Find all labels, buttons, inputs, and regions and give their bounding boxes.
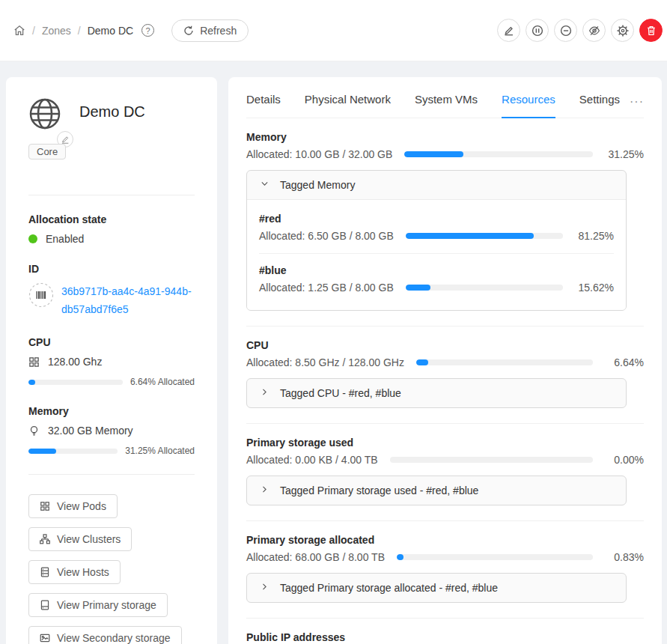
breadcrumb-separator: / [78,25,81,37]
percent-text: 81.25% [572,230,614,242]
refresh-button[interactable]: Refresh [171,19,249,42]
tag-item-title: #red [259,213,614,225]
resource-section-cpu: CPU Allocated: 8.50 GHz / 128.00 GHz 6.6… [246,326,644,423]
view-actions: View PodsView ClustersView HostsView Pri… [28,493,195,644]
allocation-state-value: Enabled [46,233,84,245]
progress-bar [406,285,563,291]
tagged-panel-label: Tagged CPU - #red, #blue [280,387,401,399]
cpu-value: 128.00 Ghz [48,356,102,368]
home-icon[interactable] [13,25,25,37]
resource-row: Allocated: 1.25 GB / 8.00 GB 15.62% [259,282,614,294]
tab-resources[interactable]: Resources [502,93,555,118]
resource-row: Allocated: 6.50 GB / 8.00 GB 81.25% [259,230,614,242]
id-section: ID 36b9717b-aa4c-4a91-944b-db57abd7f6e5 [28,263,195,318]
tagged-panel-header[interactable]: Tagged Primary storage allocated - #red,… [247,574,626,602]
question-circle-icon[interactable]: ? [141,24,154,37]
breadcrumb-zones[interactable]: Zones [42,25,71,37]
resource-row: Allocated: 8.50 GHz / 128.00 GHz 6.64% [246,356,644,368]
view-secondary-storage-button[interactable]: View Secondary storage [28,626,182,644]
resource-title: Public IP addresses [246,631,644,643]
divider [28,195,195,195]
breadcrumb-separator: / [32,25,35,37]
tab-physical-network[interactable]: Physical Network [305,93,391,118]
resource-title: Memory [246,131,644,143]
tab-settings[interactable]: Settings [579,93,620,118]
allocated-text: Allocated: 10.00 GB / 32.00 GB [246,148,392,160]
hdd-icon [40,600,50,610]
zone-title: Demo DC [79,103,145,121]
view-primary-storage-button[interactable]: View Primary storage [28,593,168,617]
globe-icon [28,97,61,130]
id-label: ID [28,263,195,275]
resource-section-primary-storage-allocated: Primary storage allocated Allocated: 68.… [246,520,644,618]
divider [259,253,614,254]
progress-bar [390,457,593,463]
zone-id-value[interactable]: 36b9717b-aa4c-4a91-944b-db57abd7f6e5 [61,282,195,318]
settings-button[interactable] [611,19,634,42]
allocated-text: Allocated: 6.50 GB / 8.00 GB [259,230,394,242]
tagged-panel-header[interactable]: Tagged Primary storage used - #red, #blu… [247,476,626,505]
tagged-panel-header[interactable]: Tagged CPU - #red, #blue [247,379,626,407]
breadcrumb: / Zones / Demo DC ? Refresh [13,19,249,42]
view-clusters-button[interactable]: View Clusters [28,527,132,551]
zone-header: Demo DC Core [28,96,195,180]
progress-bar [404,151,593,157]
tagged-panel: Tagged Primary storage used - #red, #blu… [246,476,627,505]
resource-section-memory: Memory Allocated: 10.00 GB / 32.00 GB 31… [246,118,644,326]
remove-zone-button[interactable] [554,19,577,42]
memory-value: 32.00 GB Memory [48,425,133,437]
tab-bar: DetailsPhysical NetworkSystem VMsResourc… [246,77,644,118]
database-icon [40,567,50,577]
allocated-text: Allocated: 68.00 GB / 8.00 TB [246,551,385,563]
page-content: Demo DC Core Allocation state Enabled ID [0,61,667,644]
view-pods-button[interactable]: View Pods [28,494,118,518]
percent-text: 0.00% [602,454,644,466]
view-hosts-button[interactable]: View Hosts [28,560,121,584]
percent-text: 15.62% [572,282,614,294]
allocated-text: Allocated: 8.50 GHz / 128.00 GHz [246,356,404,368]
action-toolbar [497,19,663,42]
chevron-down-icon [260,179,269,189]
eye-invisible-icon [588,25,600,37]
action-label: View Hosts [57,566,109,578]
resource-section-public-ip-addresses: Public IP addresses Allocated: 4 / 199 2… [246,618,644,644]
gear-icon [617,25,629,37]
pods-icon [40,501,50,511]
ellipsis-icon[interactable]: ··· [630,95,644,109]
chevron-right-icon [260,582,269,592]
memory-section: Memory 32.00 GB Memory 31.25% Allocated [28,405,195,456]
resource-row: Allocated: 68.00 GB / 8.00 TB 0.83% [246,551,644,563]
chevron-right-icon [260,484,269,494]
status-dot [28,234,37,243]
cpu-section: CPU 128.00 Ghz 6.64% Allocated [28,336,195,387]
action-label: View Primary storage [57,599,156,611]
progress-bar [416,359,593,365]
tab-system-vms[interactable]: System VMs [415,93,478,118]
edit-zone-button[interactable] [497,19,520,42]
cluster-icon [40,534,50,544]
resources-panel: Memory Allocated: 10.00 GB / 32.00 GB 31… [246,118,644,644]
tagged-panel: Tagged Primary storage allocated - #red,… [246,573,627,603]
percent-text: 31.25% [602,148,644,160]
breadcrumb-current: Demo DC [88,25,133,37]
zone-type-tag: Core [28,144,66,160]
progress-bar [406,233,563,239]
percent-text: 0.83% [602,551,644,563]
minus-circle-icon [560,25,572,37]
tab-details[interactable]: Details [246,93,281,118]
tagged-panel: Tagged Memory #red Allocated: 6.50 GB / … [246,170,627,311]
pause-circle-icon [532,25,543,37]
allocation-state-label: Allocation state [28,213,195,225]
tagged-panel-header[interactable]: Tagged Memory [247,171,626,199]
resource-title: CPU [246,339,644,351]
progress-bar [397,554,593,560]
tag-item-title: #blue [259,264,614,276]
delete-zone-button[interactable] [639,19,663,42]
hide-zone-button[interactable] [582,19,606,42]
allocated-text: Allocated: 1.25 GB / 8.00 GB [259,282,394,294]
top-header: / Zones / Demo DC ? Refresh [0,0,667,61]
zone-info-card: Demo DC Core Allocation state Enabled ID [6,77,217,644]
trash-icon [645,25,657,37]
disable-zone-button[interactable] [526,19,549,42]
cpu-percent-label: 6.64% Allocated [130,377,195,387]
